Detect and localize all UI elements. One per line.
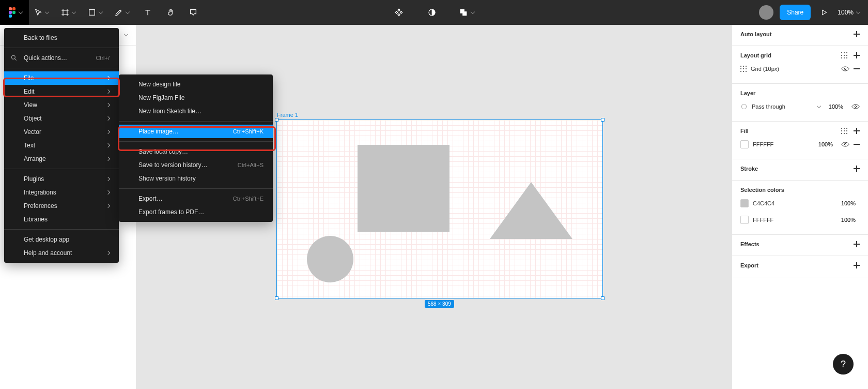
top-toolbar: Share 100% [0, 0, 868, 25]
chevron-down-icon[interactable] [124, 32, 128, 36]
help-button[interactable]: ? [833, 354, 854, 375]
toolbar-center [388, 0, 481, 25]
chevron-down-icon [99, 9, 103, 13]
selcolor-pct-1[interactable] [837, 200, 860, 207]
tools-group [29, 0, 205, 25]
blend-mode-icon [740, 103, 748, 110]
menu-help[interactable]: Help and account [4, 246, 119, 260]
menu-place-image[interactable]: Place image…Ctrl+Shift+K [119, 125, 273, 138]
chevron-down-icon [471, 9, 475, 13]
fill-color-hex[interactable]: FFFFFF [753, 141, 810, 147]
menu-vector[interactable]: Vector [4, 125, 119, 139]
stroke-label: Stroke [740, 166, 758, 172]
add-stroke-button[interactable] [854, 166, 860, 172]
shape-ellipse[interactable] [307, 236, 353, 282]
selcolor-pct-2[interactable] [837, 216, 860, 223]
frame-tool[interactable] [56, 0, 83, 25]
selcolor-hex-1[interactable]: C4C4C4 [753, 200, 833, 206]
frame-label[interactable]: Frame 1 [277, 112, 298, 118]
menu-save-local[interactable]: Save local copy… [119, 145, 273, 158]
menu-quick-actions[interactable]: Quick actions…Ctrl+/ [4, 51, 119, 65]
boolean-button[interactable] [454, 0, 481, 25]
menu-get-desktop[interactable]: Get desktop app [4, 233, 119, 246]
components-button[interactable] [388, 0, 410, 25]
layout-grid-label: Layout grid [740, 52, 771, 58]
remove-fill-button[interactable] [854, 144, 860, 145]
zoom-control[interactable]: 100% [838, 9, 860, 16]
mask-button[interactable] [421, 0, 443, 25]
menu-new-design-file[interactable]: New design file [119, 78, 273, 91]
add-effect-button[interactable] [854, 241, 860, 247]
comment-icon [189, 8, 197, 17]
shape-tool[interactable] [83, 0, 110, 25]
menu-plugins[interactable]: Plugins [4, 172, 119, 186]
menu-integrations[interactable]: Integrations [4, 186, 119, 199]
selcolor-chip-2[interactable] [740, 216, 749, 224]
user-avatar[interactable] [759, 5, 773, 20]
menu-save-version[interactable]: Save to version history…Ctrl+Alt+S [119, 158, 273, 172]
selection-handle[interactable] [275, 296, 278, 300]
blend-mode-select[interactable]: Pass through [752, 103, 813, 110]
move-tool[interactable] [29, 0, 56, 25]
fill-color-chip[interactable] [740, 140, 749, 148]
section-export: Export [732, 256, 868, 277]
menu-view[interactable]: View [4, 98, 119, 112]
export-label: Export [740, 262, 758, 268]
pen-tool[interactable] [110, 0, 136, 25]
visibility-toggle[interactable] [841, 141, 849, 147]
selection-handle[interactable] [601, 118, 605, 122]
grid-type-icon[interactable] [740, 66, 747, 72]
menu-new-from-sketch[interactable]: New from Sketch file… [119, 104, 273, 118]
toolbar-right: Share 100% [759, 0, 868, 25]
chevron-down-icon[interactable] [817, 103, 821, 108]
selection-handle[interactable] [601, 296, 605, 300]
menu-arrange[interactable]: Arrange [4, 152, 119, 166]
grid-options-button[interactable] [841, 52, 847, 58]
selection-handle[interactable] [275, 118, 278, 122]
main-menu-button[interactable] [0, 0, 29, 25]
menu-show-history[interactable]: Show version history [119, 172, 273, 185]
menu-export-pdf[interactable]: Export frames to PDF… [119, 205, 273, 219]
layer-opacity-input[interactable] [825, 103, 847, 110]
text-tool[interactable] [136, 0, 159, 25]
hand-tool[interactable] [159, 0, 182, 25]
selcolor-chip-1[interactable] [740, 199, 749, 207]
present-button[interactable] [817, 0, 831, 25]
chevron-down-icon [856, 9, 860, 13]
union-icon [459, 8, 468, 17]
menu-back-to-files[interactable]: Back to files [4, 31, 119, 44]
shape-rectangle[interactable] [358, 145, 450, 232]
menu-export[interactable]: Export…Ctrl+Shift+E [119, 192, 273, 205]
menu-libraries[interactable]: Libraries [4, 213, 119, 226]
remove-grid-button[interactable] [854, 68, 860, 69]
menu-preferences[interactable]: Preferences [4, 199, 119, 213]
menu-text[interactable]: Text [4, 139, 119, 152]
add-fill-button[interactable] [854, 128, 860, 134]
fill-opacity-input[interactable] [814, 141, 837, 148]
add-grid-button[interactable] [854, 52, 860, 58]
menu-edit[interactable]: Edit [4, 85, 119, 98]
visibility-toggle[interactable] [851, 103, 860, 110]
menu-file[interactable]: File [4, 71, 119, 85]
shape-polygon[interactable] [490, 182, 572, 239]
add-export-button[interactable] [854, 262, 860, 268]
menu-object[interactable]: Object [4, 112, 119, 125]
pen-icon [115, 8, 123, 17]
svg-point-2 [844, 68, 846, 69]
svg-point-3 [741, 104, 746, 109]
chevron-down-icon [72, 9, 76, 13]
grid-description[interactable]: Grid (10px) [751, 66, 837, 72]
file-submenu: New design file New FigJam File New from… [119, 74, 273, 222]
comment-tool[interactable] [182, 0, 205, 25]
menu-new-figjam-file[interactable]: New FigJam File [119, 91, 273, 104]
play-icon [820, 9, 828, 16]
visibility-toggle[interactable] [841, 66, 849, 72]
selcolor-hex-2[interactable]: FFFFFF [753, 217, 833, 223]
svg-point-4 [855, 106, 856, 107]
add-auto-layout-button[interactable] [854, 31, 860, 37]
fill-style-button[interactable] [841, 128, 847, 134]
frame[interactable] [277, 120, 602, 298]
section-effects: Effects [732, 235, 868, 256]
layer-label: Layer [740, 90, 755, 96]
share-button[interactable]: Share [780, 5, 811, 20]
